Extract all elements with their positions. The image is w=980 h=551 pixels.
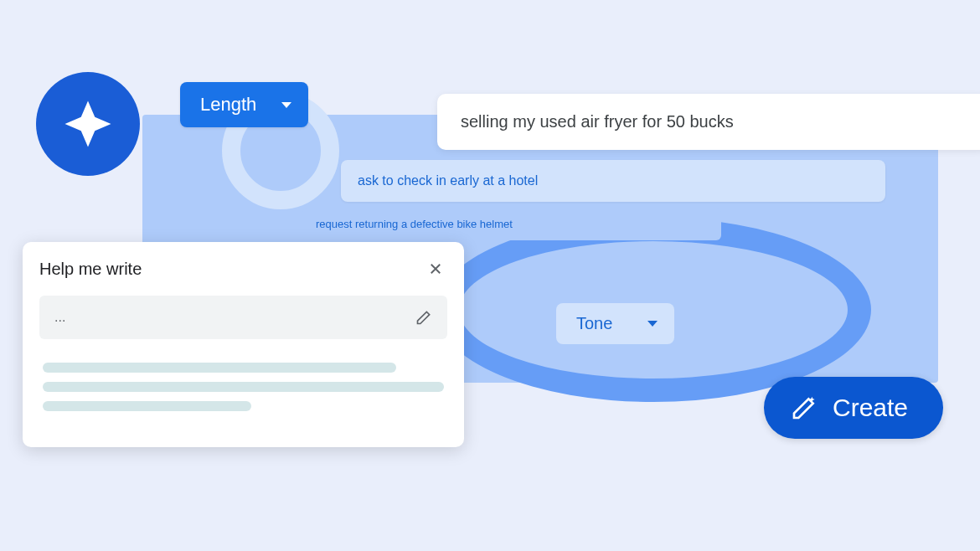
pencil-icon — [415, 309, 432, 326]
prompt-text: selling my used air fryer for 50 bucks — [461, 112, 734, 131]
input-placeholder: ... — [54, 310, 65, 325]
skeleton-line — [43, 401, 251, 411]
chevron-down-icon — [647, 321, 658, 327]
skeleton-placeholder — [39, 354, 447, 429]
skeleton-line — [43, 382, 444, 392]
prompt-text: ask to check in early at a hotel — [358, 173, 538, 188]
create-button[interactable]: Create — [764, 377, 943, 439]
prompt-suggestion[interactable]: request returning a defective bike helme… — [302, 208, 721, 240]
prompt-suggestion[interactable]: selling my used air fryer for 50 bucks — [437, 94, 980, 150]
prompt-input[interactable]: ... — [39, 296, 447, 339]
skeleton-line — [43, 363, 396, 373]
tone-dropdown-label: Tone — [576, 314, 612, 333]
sparkle-badge — [36, 72, 140, 176]
help-me-write-panel: Help me write ... — [23, 242, 464, 447]
create-button-label: Create — [833, 394, 908, 422]
magic-pencil-icon — [791, 394, 818, 421]
length-dropdown[interactable]: Length — [180, 82, 308, 127]
prompt-suggestion[interactable]: ask to check in early at a hotel — [341, 160, 885, 202]
close-button[interactable] — [424, 257, 447, 281]
close-icon — [428, 261, 443, 276]
chevron-down-icon — [281, 102, 291, 108]
length-dropdown-label: Length — [200, 94, 256, 116]
panel-title: Help me write — [39, 260, 142, 279]
tone-dropdown[interactable]: Tone — [556, 303, 674, 344]
sparkle-icon — [60, 96, 116, 152]
panel-header: Help me write — [39, 257, 447, 281]
prompt-text: request returning a defective bike helme… — [316, 218, 513, 230]
